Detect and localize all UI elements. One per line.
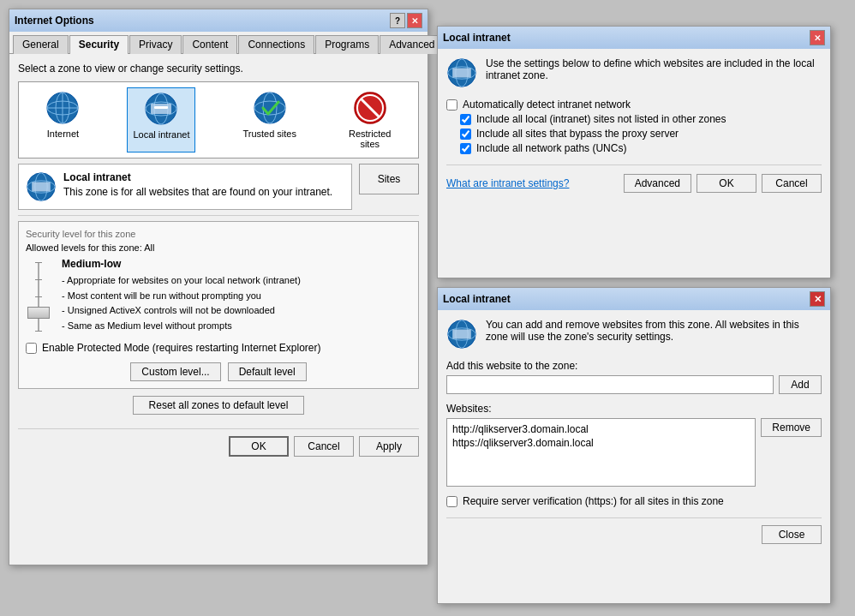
svg-rect-19 — [32, 182, 51, 192]
allowed-levels: Allowed levels for this zone: All — [26, 242, 411, 253]
custom-level-button[interactable]: Custom level... — [130, 362, 220, 381]
zone-info-text: Local intranet This zone is for all webs… — [63, 171, 332, 198]
li-checkbox-auto: Automatically detect intranet network — [446, 99, 822, 111]
li-header-row: Use the settings below to define which w… — [446, 57, 822, 88]
local-intranet-settings-content: Use the settings below to define which w… — [438, 49, 830, 201]
li-sites-description: You can add and remove websites from thi… — [486, 319, 822, 350]
security-tab-content: Select a zone to view or change security… — [9, 54, 428, 465]
reset-all-button[interactable]: Reset all zones to default level — [133, 396, 304, 415]
zone-info-icon — [26, 171, 57, 202]
tab-security[interactable]: Security — [69, 35, 129, 54]
security-level-heading: Security level for this zone — [26, 229, 411, 239]
tab-content[interactable]: Content — [182, 35, 237, 54]
trusted-sites-zone-icon — [253, 91, 287, 125]
li-sites-close-btn[interactable]: ✕ — [810, 291, 825, 307]
li-close-button[interactable]: ✕ — [810, 30, 825, 45]
add-website-input[interactable] — [446, 375, 774, 394]
slider-handle[interactable] — [27, 307, 50, 319]
local-intranet-zone-icon — [144, 92, 178, 126]
security-slider[interactable] — [26, 258, 51, 335]
zone-info-row: Local intranet This zone is for all webs… — [18, 164, 419, 210]
sites-close-button-container: Close — [446, 525, 822, 544]
restricted-sites-zone-icon — [353, 91, 387, 125]
li-checkbox-local: Include all local (intranet) sites not l… — [460, 113, 822, 125]
li-sites-title: Local intranet — [443, 293, 511, 305]
tab-general[interactable]: General — [13, 35, 69, 54]
close-button[interactable]: ✕ — [407, 13, 422, 28]
checkbox-unc[interactable] — [460, 143, 471, 154]
apply-button[interactable]: Apply — [359, 436, 419, 457]
protected-mode-label: Enable Protected Mode (requires restarti… — [42, 342, 321, 354]
default-level-button[interactable]: Default level — [228, 362, 307, 381]
zone-trusted-sites-label: Trusted sites — [242, 129, 296, 139]
li-checkbox-bypass: Include all sites that bypass the proxy … — [460, 128, 822, 140]
websites-label: Websites: — [446, 403, 822, 415]
add-website-label: Add this website to the zone: — [446, 360, 822, 372]
bottom-buttons: OK Cancel Apply — [18, 436, 419, 457]
add-website-row: Add — [446, 375, 822, 394]
label-auto-detect: Automatically detect intranet network — [463, 99, 631, 111]
zone-info-box: Local intranet This zone is for all webs… — [18, 164, 352, 210]
svg-point-10 — [254, 93, 285, 123]
level-name: Medium-low — [62, 258, 301, 270]
cancel-button[interactable]: Cancel — [294, 436, 354, 457]
li-checkbox-unc: Include all network paths (UNCs) — [460, 142, 822, 154]
zone-local-intranet-label: Local intranet — [133, 129, 189, 140]
protected-mode-row: Enable Protected Mode (requires restarti… — [26, 342, 411, 354]
local-intranet-sites-content: You can add and remove websites from thi… — [438, 310, 830, 553]
svg-rect-23 — [452, 69, 471, 78]
local-intranet-sites-window: Local intranet ✕ You can add and remove … — [437, 287, 831, 604]
zone-restricted-sites-label: Restrictedsites — [349, 129, 392, 149]
list-item[interactable]: http://qlikserver3.domain.local — [451, 422, 751, 436]
zone-internet[interactable]: Internet — [40, 87, 85, 153]
li-cancel-button[interactable]: Cancel — [762, 174, 822, 193]
server-verification-checkbox[interactable] — [446, 496, 457, 507]
checkbox-auto-detect[interactable] — [446, 99, 457, 111]
local-intranet-settings-title-bar: Local intranet ✕ — [438, 27, 830, 49]
protected-mode-checkbox[interactable] — [26, 343, 37, 354]
checkbox-include-local[interactable] — [460, 114, 471, 125]
sites-button[interactable]: Sites — [359, 164, 419, 194]
websites-row: http://qlikserver3.domain.local https://… — [446, 418, 822, 487]
list-item[interactable]: https://qlikserver3.domain.local — [451, 436, 751, 450]
li-settings-icon — [446, 57, 477, 88]
intranet-settings-link[interactable]: What are intranet settings? — [446, 177, 569, 189]
sites-close-button[interactable]: Close — [762, 525, 822, 544]
li-sites-header-row: You can add and remove websites from thi… — [446, 319, 822, 350]
level-content: Medium-low - Appropriate for websites on… — [26, 258, 411, 335]
checkbox-bypass-proxy[interactable] — [460, 129, 471, 140]
internet-options-title-bar: Internet Options ? ✕ — [9, 9, 428, 32]
li-sites-icon — [446, 319, 477, 350]
label-include-local: Include all local (intranet) sites not l… — [476, 113, 726, 125]
zone-restricted-sites[interactable]: Restrictedsites — [344, 87, 397, 153]
li-advanced-button[interactable]: Advanced — [624, 174, 691, 193]
li-ok-button[interactable]: OK — [697, 174, 756, 193]
tab-privacy[interactable]: Privacy — [129, 35, 182, 54]
server-verification-label: Require server verification (https:) for… — [463, 495, 724, 507]
sites-button-container: Sites — [359, 164, 419, 210]
zone-info-description: This zone is for all websites that are f… — [63, 186, 332, 198]
tab-programs[interactable]: Programs — [315, 35, 379, 54]
zone-local-intranet[interactable]: Local intranet — [127, 87, 195, 153]
internet-zone-icon — [45, 91, 80, 125]
local-intranet-settings-window: Local intranet ✕ Use the settings below … — [437, 26, 831, 278]
li-title-bar-buttons: ✕ — [810, 30, 825, 45]
title-bar-buttons: ? ✕ — [390, 13, 422, 28]
svg-rect-27 — [452, 330, 471, 339]
websites-listbox[interactable]: http://qlikserver3.domain.local https://… — [446, 418, 756, 487]
help-button[interactable]: ? — [390, 13, 405, 28]
zone-internet-label: Internet — [47, 129, 79, 139]
zone-trusted-sites[interactable]: Trusted sites — [237, 87, 302, 153]
add-website-button[interactable]: Add — [779, 375, 822, 394]
li-settings-description: Use the settings below to define which w… — [486, 57, 822, 88]
ok-button[interactable]: OK — [229, 436, 289, 457]
zone-selector: Internet Local intranet — [18, 81, 419, 158]
security-heading: Select a zone to view or change security… — [18, 63, 419, 75]
tab-connections[interactable]: Connections — [238, 35, 314, 54]
tab-advanced[interactable]: Advanced — [380, 35, 444, 54]
level-detail: - Appropriate for websites on your local… — [62, 273, 301, 333]
remove-website-button[interactable]: Remove — [761, 418, 822, 437]
li-action-buttons: Advanced OK Cancel — [624, 174, 822, 193]
local-intranet-settings-title: Local intranet — [443, 32, 511, 44]
security-level-box: Security level for this zone Allowed lev… — [18, 221, 419, 389]
